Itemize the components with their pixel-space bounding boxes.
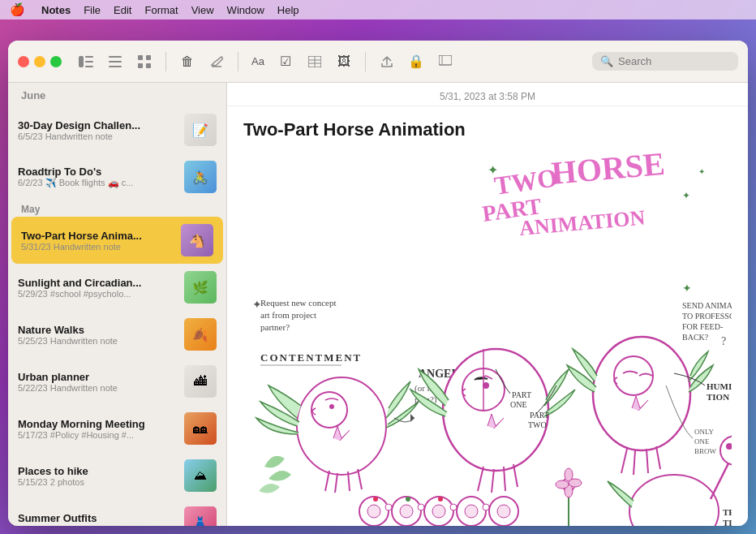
svg-text:BACK?: BACK? [682, 333, 709, 342]
menu-format[interactable]: Format [144, 4, 178, 16]
svg-point-33 [311, 392, 347, 428]
maximize-button[interactable] [50, 56, 62, 67]
svg-text:partner?: partner? [260, 322, 290, 332]
lock-button[interactable]: 🔒 [405, 50, 427, 73]
svg-point-34 [329, 404, 334, 409]
note-item-summer-outfits[interactable]: Summer Outfits 5/15/23 👗 [8, 499, 226, 526]
svg-rect-3 [85, 66, 93, 67]
more-button[interactable] [434, 50, 457, 73]
note-thumbnail: ⛰ [184, 459, 217, 492]
note-meta: 5/17/23 #Policy #Housing #... [18, 430, 176, 440]
note-item-places-to-hike[interactable]: Places to hike 5/15/23 2 photos ⛰ [8, 452, 226, 499]
editor-date: 5/31, 2023 at 3:58 PM [440, 91, 535, 102]
close-button[interactable] [18, 56, 29, 67]
editor-body[interactable]: Two-Part Horse Animation TWO PART HORSE … [227, 106, 748, 526]
notes-window: 🗑 Aa ☑ 🖼 🔒 [8, 41, 748, 526]
note-meta: 5/31/23 Handwritten note [21, 242, 173, 252]
svg-point-87 [465, 505, 478, 518]
note-info: Nature Walks 5/25/23 Handwritten note [18, 324, 176, 346]
svg-rect-10 [146, 63, 151, 68]
svg-rect-6 [109, 66, 122, 67]
note-item-nature-walks[interactable]: Nature Walks 5/25/23 Handwritten note 🍂 [8, 311, 226, 358]
svg-point-92 [483, 504, 489, 510]
menu-view[interactable]: View [191, 4, 214, 16]
note-title: Roadtrip To Do's [18, 166, 176, 178]
note-info: Sunlight and Circadian... 5/29/23 #schoo… [18, 277, 176, 299]
svg-text:ONE: ONE [510, 400, 527, 409]
svg-point-85 [400, 505, 413, 518]
svg-text:✦: ✦ [698, 167, 705, 176]
note-editor-title: Two-Part Horse Animation [243, 119, 732, 140]
share-button[interactable] [376, 50, 398, 73]
note-info: Summer Outfits 5/15/23 [18, 512, 176, 527]
note-title: Places to hike [18, 465, 176, 477]
checklist-button[interactable]: ☑ [274, 50, 297, 73]
note-thumbnail: 🏙 [184, 365, 217, 398]
note-info: Two-Part Horse Anima... 5/31/23 Handwrit… [21, 230, 173, 252]
menu-window[interactable]: Window [227, 4, 264, 16]
svg-rect-8 [146, 55, 151, 60]
svg-rect-1 [85, 56, 93, 58]
note-item-sunlight[interactable]: Sunlight and Circadian... 5/29/23 #schoo… [8, 264, 226, 311]
note-item-urban-planner[interactable]: Urban planner 5/22/23 Handwritten note 🏙 [8, 358, 226, 405]
new-note-button[interactable] [205, 50, 228, 73]
svg-text:✦: ✦ [682, 190, 690, 201]
note-item-design-challenge[interactable]: 30-Day Design Challen... 6/5/23 Handwrit… [8, 106, 226, 153]
toolbar-separator-1 [165, 52, 166, 71]
svg-text:PART: PART [512, 390, 531, 399]
svg-text:TWO: TWO [528, 420, 547, 429]
delete-button[interactable]: 🗑 [176, 50, 199, 73]
list-view-button[interactable] [104, 50, 127, 73]
svg-text:TREPIDA-: TREPIDA- [723, 507, 732, 517]
svg-point-86 [432, 505, 445, 518]
svg-text:BROW: BROW [694, 447, 717, 455]
menu-file[interactable]: File [84, 4, 101, 16]
svg-point-89 [385, 504, 392, 510]
note-title: Summer Outfits [18, 512, 176, 524]
note-info: 30-Day Design Challen... 6/5/23 Handwrit… [18, 119, 176, 141]
svg-text:SEND ANIMATION: SEND ANIMATION [682, 301, 732, 310]
note-meta: 5/22/23 Handwritten note [18, 383, 176, 393]
sidebar-section-may: May [8, 200, 226, 217]
table-button[interactable] [303, 50, 326, 73]
menu-notes[interactable]: Notes [41, 4, 71, 16]
toolbar: 🗑 Aa ☑ 🖼 🔒 [8, 41, 748, 83]
svg-rect-7 [138, 55, 143, 60]
apple-menu[interactable]: 🍎 [10, 2, 25, 17]
svg-point-93 [373, 497, 378, 502]
note-title: Sunlight and Circadian... [18, 277, 176, 289]
menu-help[interactable]: Help [277, 4, 299, 16]
note-item-horse-animation[interactable]: Two-Part Horse Anima... 5/31/23 Handwrit… [11, 217, 223, 264]
traffic-lights [18, 56, 62, 67]
svg-text:TO PROFESSOR: TO PROFESSOR [682, 312, 732, 321]
media-button[interactable]: 🖼 [333, 50, 355, 73]
search-box[interactable]: 🔍 [592, 52, 738, 71]
svg-point-57 [614, 356, 653, 395]
svg-text:art from project: art from project [260, 310, 316, 320]
note-meta: 6/5/23 Handwritten note [18, 131, 176, 141]
search-input[interactable] [618, 55, 732, 67]
svg-rect-4 [109, 56, 122, 58]
svg-point-78 [556, 480, 569, 489]
minimize-button[interactable] [34, 56, 45, 67]
sidebar: June 30-Day Design Challen... 6/5/23 Han… [8, 83, 227, 526]
note-item-monday-meeting[interactable]: Monday Morning Meeting 5/17/23 #Policy #… [8, 405, 226, 452]
note-title: Monday Morning Meeting [18, 418, 176, 430]
editor-header: 5/31, 2023 at 3:58 PM [227, 83, 748, 106]
note-meta: 5/25/23 Handwritten note [18, 336, 176, 346]
toolbar-separator-2 [238, 52, 238, 71]
menu-edit[interactable]: Edit [114, 4, 131, 16]
format-button[interactable]: Aa [248, 50, 268, 73]
note-meta: 6/2/23 ✈️ Book flights 🚗 c... [18, 178, 176, 188]
sidebar-toggle-button[interactable] [75, 50, 97, 73]
sidebar-section-june: June [8, 83, 226, 106]
svg-text:?: ? [721, 335, 726, 347]
note-item-roadtrip[interactable]: Roadtrip To Do's 6/2/23 ✈️ Book flights … [8, 153, 226, 200]
note-title: 30-Day Design Challen... [18, 119, 176, 131]
svg-point-90 [418, 504, 424, 510]
main-content: June 30-Day Design Challen... 6/5/23 Han… [8, 83, 748, 526]
svg-text:ONLY: ONLY [694, 428, 715, 436]
grid-view-button[interactable] [133, 50, 156, 73]
svg-text:✦: ✦ [682, 282, 692, 295]
svg-point-91 [450, 504, 457, 510]
